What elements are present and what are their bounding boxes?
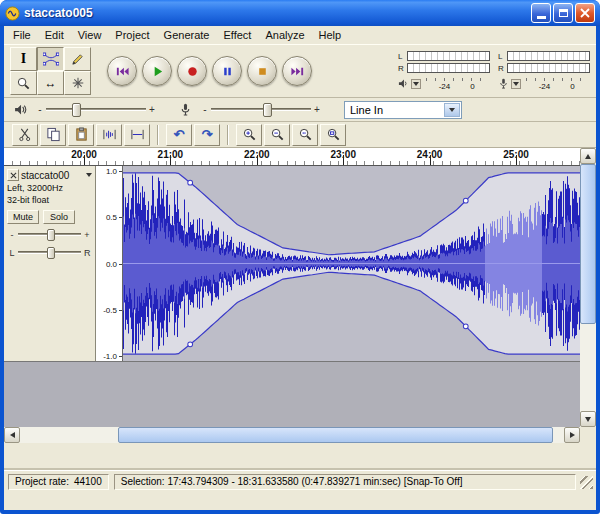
amplitude-tick xyxy=(119,171,122,172)
amplitude-label: -0.5 xyxy=(103,305,117,314)
resize-grip[interactable] xyxy=(580,476,593,489)
waveform-area[interactable] xyxy=(123,166,580,361)
pause-button[interactable] xyxy=(212,56,242,86)
close-button[interactable] xyxy=(575,3,595,23)
zoom-tool-button[interactable] xyxy=(10,71,37,95)
menu-view[interactable]: View xyxy=(71,27,109,43)
output-meter-dropdown[interactable] xyxy=(411,79,421,89)
horizontal-scroll-track[interactable] xyxy=(20,427,564,443)
client-area: File Edit View Project Generate Effect A… xyxy=(4,26,596,510)
close-icon xyxy=(580,8,590,18)
track-title[interactable]: staccato00 xyxy=(21,170,84,181)
triangle-up-icon xyxy=(585,154,591,159)
time-shift-tool-button[interactable]: ↔ xyxy=(37,71,64,95)
fit-selection-button[interactable] xyxy=(292,124,318,146)
input-meter-dropdown[interactable] xyxy=(511,79,521,89)
record-icon xyxy=(185,64,200,79)
amplitude-label: 1.0 xyxy=(106,167,117,176)
vertical-scrollbar[interactable] xyxy=(580,148,596,427)
undo-button[interactable]: ↶ xyxy=(166,124,192,146)
below-tracks-area[interactable] xyxy=(4,362,580,427)
output-volume-thumb[interactable] xyxy=(72,103,81,117)
track-menu-icon[interactable] xyxy=(86,173,92,177)
fit-project-button[interactable] xyxy=(320,124,346,146)
record-button[interactable] xyxy=(177,56,207,86)
envelope-tool-button[interactable] xyxy=(37,47,64,71)
menu-file[interactable]: File xyxy=(6,27,38,43)
skip-to-start-button[interactable] xyxy=(107,56,137,86)
redo-button[interactable]: ↷ xyxy=(194,124,220,146)
timeline-tick xyxy=(430,155,431,165)
envelope-icon xyxy=(43,51,59,67)
multi-tool-button[interactable] xyxy=(64,71,91,95)
zoom-in-button[interactable] xyxy=(236,124,262,146)
stop-button[interactable] xyxy=(247,56,277,86)
plus-label: + xyxy=(149,104,155,115)
minimize-button[interactable] xyxy=(531,3,551,23)
output-volume-groove xyxy=(46,108,146,111)
timeline-ruler[interactable]: 20:0021:0022:0023:0024:0025:00 xyxy=(4,148,580,166)
output-meter-scale: -24 0 xyxy=(423,77,490,91)
input-meter-right-label: R xyxy=(498,64,507,73)
status-bar: Project rate: 44100 Selection: 17:43.794… xyxy=(4,470,596,492)
menu-analyze[interactable]: Analyze xyxy=(258,27,311,43)
input-meter-left-label: L xyxy=(498,52,507,61)
trim-button[interactable] xyxy=(96,124,122,146)
timeline-tick xyxy=(257,155,258,165)
menu-bar: File Edit View Project Generate Effect A… xyxy=(4,26,596,44)
redo-icon: ↷ xyxy=(202,128,213,141)
pan-thumb[interactable] xyxy=(47,247,55,259)
draw-tool-button[interactable] xyxy=(64,47,91,71)
fit-project-icon xyxy=(326,127,341,142)
amplitude-tick xyxy=(119,217,122,218)
trim-icon xyxy=(102,127,117,142)
input-source-dropdown-button[interactable] xyxy=(444,103,460,117)
menu-help[interactable]: Help xyxy=(312,27,349,43)
selection-tool-button[interactable]: I xyxy=(10,47,37,71)
play-button[interactable] xyxy=(142,56,172,86)
scroll-left-button[interactable] xyxy=(4,427,20,443)
menu-edit[interactable]: Edit xyxy=(38,27,71,43)
input-meter[interactable]: L R -24 xyxy=(498,50,590,91)
paste-button[interactable] xyxy=(68,124,94,146)
scroll-up-button[interactable] xyxy=(580,148,596,164)
input-source-select[interactable]: Line In xyxy=(344,101,462,119)
track-close-button[interactable] xyxy=(7,169,19,181)
input-gain-groove xyxy=(211,108,311,111)
menu-project[interactable]: Project xyxy=(108,27,156,43)
scroll-right-button[interactable] xyxy=(564,427,580,443)
solo-button[interactable]: Solo xyxy=(43,210,75,224)
copy-button[interactable] xyxy=(40,124,66,146)
timeline-tick xyxy=(84,155,85,165)
chevron-down-icon xyxy=(513,82,519,86)
menu-generate[interactable]: Generate xyxy=(157,27,217,43)
menu-effect[interactable]: Effect xyxy=(216,27,258,43)
microphone-icon xyxy=(498,78,509,89)
pan-groove xyxy=(18,251,81,254)
mute-button[interactable]: Mute xyxy=(7,210,39,224)
zoom-out-button[interactable] xyxy=(264,124,290,146)
clipboard-icon xyxy=(74,127,89,142)
triangle-down-icon xyxy=(585,417,591,422)
output-meter[interactable]: L R -24 xyxy=(398,50,490,91)
pan-slider[interactable]: L R xyxy=(7,245,92,260)
waveform-display[interactable] xyxy=(123,166,580,361)
silence-button[interactable] xyxy=(124,124,150,146)
input-gain-icon xyxy=(179,103,192,116)
input-gain-thumb[interactable] xyxy=(263,103,272,117)
horizontal-scroll-thumb[interactable] xyxy=(118,427,553,443)
vertical-scroll-thumb[interactable] xyxy=(580,164,596,324)
gain-thumb[interactable] xyxy=(47,229,55,241)
scroll-down-button[interactable] xyxy=(580,411,596,427)
output-volume-slider[interactable]: - + xyxy=(37,101,155,119)
minus-label: - xyxy=(202,104,208,115)
input-gain-slider[interactable]: - + xyxy=(202,101,320,119)
gain-slider[interactable]: - + xyxy=(7,227,92,242)
audacity-window: staccato005 File Edit View Project Gener… xyxy=(0,0,600,514)
maximize-button[interactable] xyxy=(553,3,573,23)
triangle-left-icon xyxy=(10,432,15,438)
cut-button[interactable] xyxy=(12,124,38,146)
title-bar[interactable]: staccato005 xyxy=(0,0,600,26)
horizontal-scrollbar[interactable] xyxy=(4,427,596,443)
skip-to-end-button[interactable] xyxy=(282,56,312,86)
